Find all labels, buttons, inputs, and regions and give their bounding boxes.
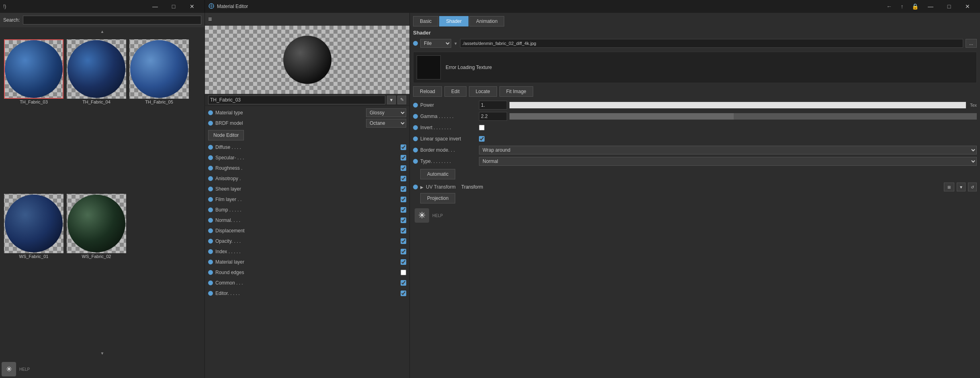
uv-expand-arrow[interactable]: ▶ (420, 185, 424, 189)
prop-radio-material-type[interactable] (208, 110, 213, 115)
file-type-select[interactable]: File Gradient (420, 39, 451, 48)
prop-radio-index[interactable] (208, 249, 213, 254)
prop-radio-bump[interactable] (208, 207, 213, 212)
maximize-button-left[interactable]: □ (164, 0, 183, 13)
texture-preview-area: Error Loading Texture (413, 52, 977, 83)
prop-row-bump: Bump . . . . . (205, 205, 409, 215)
prop-checkbox-normal[interactable] (401, 217, 406, 223)
prop-radio-anisotropy[interactable] (208, 176, 213, 181)
sp-select-type[interactable]: Normal Floating point Alpha (479, 157, 977, 166)
prop-label-opacity: Opacity. . . . (215, 238, 398, 244)
prop-checkbox-diffuse[interactable] (401, 144, 406, 150)
tab-animation[interactable]: Animation (469, 16, 504, 26)
prop-label-sheen-layer: Sheen layer (215, 186, 398, 192)
asset-label-WS_Fabric_01: WS_Fabric_01 (19, 254, 49, 259)
node-editor-button[interactable]: Node Editor (208, 130, 244, 140)
prop-radio-brdf-model[interactable] (208, 121, 213, 126)
prop-row-editor: Editor. . . . . (205, 288, 409, 299)
asset-item-WS_Fabric_02[interactable]: WS_Fabric_02 (66, 193, 127, 346)
prop-checkbox-film-layer[interactable] (401, 197, 406, 202)
file-radio[interactable] (413, 41, 418, 46)
prop-radio-displacement[interactable] (208, 228, 213, 233)
prop-checkbox-bump[interactable] (401, 207, 406, 213)
prop-select-material-type[interactable]: Glossy Diffuse Specular Mix (366, 108, 406, 117)
uv-refresh-button[interactable]: ↺ (968, 183, 977, 191)
prop-radio-diffuse[interactable] (208, 145, 213, 150)
uv-down-button[interactable]: ▼ (957, 183, 966, 191)
prop-checkbox-roughness[interactable] (401, 165, 406, 171)
prop-radio-common[interactable] (208, 280, 213, 285)
sp-slider-gamma[interactable] (509, 113, 977, 120)
prop-checkbox-anisotropy[interactable] (401, 176, 406, 181)
scroll-down-arrow[interactable]: ▼ (100, 351, 104, 356)
projection-button[interactable]: Projection (420, 193, 455, 203)
file-dots-button[interactable]: ... (966, 39, 977, 48)
prop-radio-specular[interactable] (208, 155, 213, 160)
sp-slider-power[interactable] (509, 102, 966, 108)
nav-back-button[interactable]: ← (883, 0, 896, 13)
minimize-button-right[interactable]: — (921, 0, 940, 13)
name-dropdown-button[interactable]: ▼ (387, 96, 396, 104)
nav-lock-button[interactable]: 🔒 (908, 0, 921, 13)
prop-radio-material-layer[interactable] (208, 260, 213, 264)
scroll-up-arrow[interactable]: ▲ (100, 29, 104, 34)
sp-radio-border-mode[interactable] (413, 148, 418, 152)
prop-radio-sheen-layer[interactable] (208, 187, 213, 191)
prop-radio-film-layer[interactable] (208, 197, 213, 202)
hamburger-button[interactable]: ≡ (208, 16, 212, 23)
asset-item-WS_Fabric_01[interactable]: WS_Fabric_01 (3, 193, 64, 346)
asset-item-TH_Fabric_03[interactable]: TH_Fabric_03 (3, 39, 64, 191)
prop-radio-roughness[interactable] (208, 166, 213, 171)
prop-checkbox-editor[interactable] (401, 291, 406, 296)
close-button-right[interactable]: ✕ (958, 0, 977, 13)
asset-item-TH_Fabric_04[interactable]: TH_Fabric_04 (66, 39, 127, 191)
automatic-button[interactable]: Automatic (420, 169, 455, 179)
file-path-input[interactable] (460, 39, 963, 48)
prop-checkbox-specular[interactable] (401, 155, 406, 161)
prop-radio-normal[interactable] (208, 218, 213, 223)
material-name-input[interactable] (208, 96, 385, 104)
prop-radio-editor[interactable] (208, 291, 213, 296)
name-action-button[interactable]: ✎ (397, 96, 406, 104)
tab-shader[interactable]: Shader (439, 16, 469, 26)
prop-radio-round-edges[interactable] (208, 270, 213, 275)
nav-up-button[interactable]: ↑ (896, 0, 908, 13)
prop-label-diffuse: Diffuse . . . . (215, 144, 398, 150)
asset-item-TH_Fabric_05[interactable]: TH_Fabric_05 (129, 39, 190, 191)
sp-radio-gamma[interactable] (413, 114, 418, 119)
sp-radio-type[interactable] (413, 159, 418, 164)
search-input[interactable] (23, 16, 201, 24)
prop-row-material-type: Material type Glossy Diffuse Specular Mi… (205, 108, 409, 118)
edit-button[interactable]: Edit (444, 86, 466, 97)
sp-radio-uv-transform[interactable] (413, 185, 418, 189)
prop-checkbox-material-layer[interactable] (401, 259, 406, 265)
sp-radio-power[interactable] (413, 103, 418, 108)
prop-select-brdf-model[interactable]: Octane GGX Beckmann (366, 119, 406, 128)
sp-value-power[interactable] (479, 101, 507, 110)
uv-grid-button[interactable]: ⊞ (944, 183, 954, 191)
maximize-button-right[interactable]: □ (940, 0, 958, 13)
prop-checkbox-common[interactable] (401, 280, 406, 286)
prop-radio-opacity[interactable] (208, 239, 213, 244)
sp-radio-invert[interactable] (413, 125, 418, 130)
locate-button[interactable]: Locate (469, 86, 497, 97)
prop-checkbox-displacement[interactable] (401, 228, 406, 234)
sp-checkbox-invert[interactable] (479, 125, 485, 130)
sphere-WS_Fabric_01 (5, 195, 63, 252)
sp-select-border-mode[interactable]: Wrap around Clamp Black (479, 146, 977, 154)
sp-slider-fill-gamma (509, 113, 734, 120)
fit-image-button[interactable]: Fit Image (499, 86, 533, 97)
sp-value-gamma[interactable] (479, 112, 507, 121)
close-button-left[interactable]: ✕ (183, 0, 201, 13)
asset-label-TH_Fabric_03: TH_Fabric_03 (20, 100, 48, 104)
prop-checkbox-sheen-layer[interactable] (401, 186, 406, 192)
prop-checkbox-index[interactable] (401, 249, 406, 254)
prop-checkbox-round-edges[interactable] (401, 270, 406, 275)
tab-basic[interactable]: Basic (413, 16, 438, 26)
reload-button[interactable]: Reload (413, 86, 442, 97)
sp-radio-linear-space-invert[interactable] (413, 136, 418, 141)
prop-checkbox-opacity[interactable] (401, 238, 406, 244)
help-label-left: HELP (19, 367, 30, 372)
sp-checkbox-linear-space-invert[interactable] (479, 136, 485, 142)
minimize-button-left[interactable]: — (146, 0, 164, 13)
